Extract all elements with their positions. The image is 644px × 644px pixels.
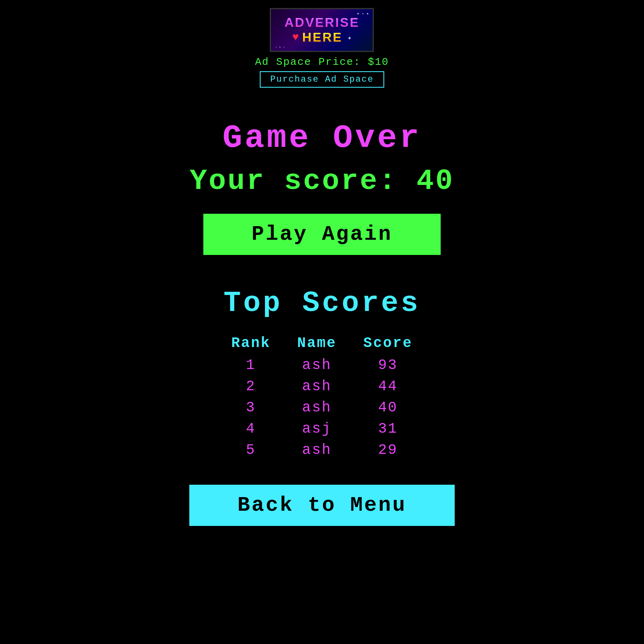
purchase-ad-button[interactable]: Purchase Ad Space [260, 71, 384, 88]
play-again-button[interactable]: Play Again [203, 214, 440, 255]
heart-icon: ♥ [292, 31, 299, 44]
table-header-row: Rank Name Score [218, 332, 426, 355]
stars-decoration: ✦ ✧ ✦ [357, 11, 369, 16]
sparkle-icon: ✦ [347, 33, 352, 42]
ad-title-advertise: ADVERISE [285, 15, 360, 30]
stars2-decoration: ✧ ✦ ✧ [275, 45, 285, 49]
ad-heart-row: ♥ HERE ✦ [292, 30, 352, 45]
cell-rank: 1 [218, 355, 284, 376]
cell-rank: 5 [218, 439, 284, 461]
ad-price-label: Ad Space Price: $10 [255, 56, 389, 68]
cell-rank: 4 [218, 418, 284, 439]
col-name: Name [284, 332, 350, 355]
top-scores-section: Top Scores Rank Name Score 1ash932ash443… [0, 287, 644, 461]
cell-name: ash [284, 439, 350, 461]
ad-title-here: HERE [302, 30, 343, 45]
cell-name: ash [284, 355, 350, 376]
table-row: 3ash40 [218, 397, 426, 418]
ad-image: ✦ ✧ ✦ ADVERISE ♥ HERE ✦ ✧ ✦ ✧ [270, 8, 374, 52]
table-row: 4asj31 [218, 418, 426, 439]
table-row: 5ash29 [218, 439, 426, 461]
ad-banner: ✦ ✧ ✦ ADVERISE ♥ HERE ✦ ✧ ✦ ✧ Ad Space P… [255, 8, 389, 88]
col-rank: Rank [218, 332, 284, 355]
player-score: Your score: 40 [190, 165, 454, 198]
col-score: Score [350, 332, 426, 355]
cell-score: 29 [350, 439, 426, 461]
back-to-menu-button[interactable]: Back to Menu [189, 485, 454, 526]
cell-rank: 3 [218, 397, 284, 418]
table-row: 1ash93 [218, 355, 426, 376]
cell-name: ash [284, 376, 350, 397]
cell-name: asj [284, 418, 350, 439]
cell-name: ash [284, 397, 350, 418]
scores-table: Rank Name Score 1ash932ash443ash404asj31… [218, 332, 426, 461]
top-scores-title: Top Scores [223, 287, 420, 320]
cell-score: 44 [350, 376, 426, 397]
cell-rank: 2 [218, 376, 284, 397]
game-over-title: Game Over [223, 120, 421, 157]
cell-score: 40 [350, 397, 426, 418]
cell-score: 31 [350, 418, 426, 439]
cell-score: 93 [350, 355, 426, 376]
table-row: 2ash44 [218, 376, 426, 397]
